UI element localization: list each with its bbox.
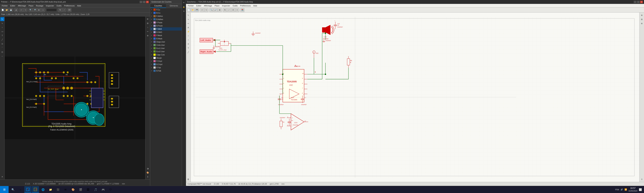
es-undo-btn[interactable]: ↩ — [200, 8, 204, 12]
sch-text-tool[interactable]: T — [186, 46, 190, 50]
es-zoom-fit-btn[interactable]: ⊞ — [218, 8, 222, 12]
es-menu-aide[interactable]: Aide — [252, 4, 258, 7]
es-new-btn[interactable]: 📄 — [187, 8, 191, 12]
es-erc-btn[interactable]: ✓ — [227, 8, 231, 12]
save-btn[interactable]: 💾 — [9, 8, 13, 12]
taskbar-cortana[interactable]: ○ — [17, 186, 24, 193]
grid-settings-btn[interactable]: ⊞ — [146, 21, 150, 25]
layer-visibility-check[interactable]: ✓ — [151, 60, 153, 62]
render-btn[interactable]: 🎨 — [146, 171, 150, 175]
taskbar-pcbnew[interactable] — [24, 186, 32, 193]
layer-item[interactable]: ✓Margin — [150, 56, 182, 59]
eeschema-maximize-btn[interactable]: □ — [637, 1, 640, 3]
layer-item[interactable]: ✓B.Adhes — [150, 18, 182, 21]
layer-item[interactable]: ✓Edge.Cuts — [150, 53, 182, 56]
layer-visibility-check[interactable]: ✓ — [151, 63, 153, 65]
taskbar-notification[interactable]: ⬜ — [639, 188, 642, 191]
sch-info-btn[interactable]: ℹ — [640, 177, 644, 181]
layer-item[interactable]: ✓F.Crtyd — [150, 59, 182, 63]
lm-settings-btn[interactable]: ⚙ — [182, 9, 186, 13]
text-tool[interactable]: T — [0, 34, 4, 37]
menu-aide[interactable]: Aide — [76, 4, 82, 7]
layer-item[interactable]: ✓B.Crtyd — [150, 63, 182, 66]
pcbnew-minimize-btn[interactable]: ─ — [140, 1, 142, 3]
menu-outils[interactable]: Outils — [56, 4, 62, 7]
menu-editer[interactable]: Editer — [9, 4, 16, 7]
layer-visibility-check[interactable]: ✓ — [151, 70, 153, 72]
layer-visibility-check[interactable]: ✓ — [151, 41, 153, 43]
layer-visibility-check[interactable]: ✓ — [151, 38, 153, 39]
layer-visibility-check[interactable]: ✓ — [151, 22, 153, 23]
layer-item[interactable]: ✓F.Mask — [150, 34, 182, 37]
layer-item[interactable]: ✓F.SilkS — [150, 27, 182, 30]
es-fields-btn[interactable]: ≡ — [235, 8, 239, 12]
layer-item[interactable]: ✓B.Mask — [150, 37, 182, 40]
layer-item[interactable]: ✓Cmts.User — [150, 43, 182, 47]
es-menu-fichier[interactable]: Fichier — [187, 4, 195, 7]
taskbar-photoshop[interactable]: 🖼 — [84, 186, 92, 193]
sch-power-tool[interactable]: ⚡ — [186, 30, 190, 34]
sch-line-tool[interactable]: ╱ — [186, 50, 190, 54]
es-menu-place[interactable]: Place — [214, 4, 220, 7]
pcbnew-maximize-btn[interactable]: □ — [143, 1, 146, 3]
layer-item[interactable]: ✓B.Fab — [150, 69, 182, 72]
layer-visibility-check[interactable]: ✓ — [151, 51, 153, 52]
sch-bus-tool[interactable]: ═ — [186, 21, 190, 25]
layer-visibility-check[interactable]: ✓ — [151, 9, 153, 10]
footprint-tool[interactable]: ⊡ — [0, 50, 4, 54]
taskbar-vlc[interactable]: 🎵 — [92, 186, 99, 193]
taskbar-virus[interactable]: 🛡 — [107, 186, 114, 193]
print-btn[interactable]: 🖨 — [14, 8, 18, 12]
taskbar-paint[interactable]: 🎨 — [70, 186, 76, 193]
layer-select[interactable]: F.SilkS — [46, 8, 57, 12]
line-tool[interactable]: ╱ — [0, 38, 4, 42]
circle-tool[interactable]: ⊙ — [0, 42, 4, 46]
drc-btn[interactable]: ✓ — [62, 8, 66, 12]
delete-tool[interactable]: ✕ — [0, 175, 4, 179]
sch-delete-tool[interactable]: 🗑 — [186, 177, 190, 181]
high-contrast-btn[interactable]: ◑ — [146, 167, 150, 171]
zoom-fit-btn[interactable]: ⊞ — [37, 8, 41, 12]
pad-settings-btn[interactable]: ○ — [146, 25, 150, 29]
es-menu-preferences[interactable]: Préférences — [239, 4, 252, 7]
es-zoom-out-btn[interactable]: 🔎 — [214, 8, 218, 12]
es-menu-inspecter[interactable]: Inspecter — [221, 4, 231, 7]
layer-item[interactable]: ✓Eco1.User — [150, 47, 182, 50]
es-menu-editer[interactable]: Editer — [195, 4, 202, 7]
menu-affichage[interactable]: Affichage — [17, 4, 27, 7]
tab-couches[interactable]: Couches — [150, 4, 166, 8]
layer-item[interactable]: ✓B.Paste — [150, 24, 182, 27]
redo-btn[interactable]: ↪ — [24, 8, 27, 12]
measure-tool[interactable]: ↔ — [0, 54, 4, 58]
via-tool[interactable]: ○ — [0, 25, 4, 29]
sch-zoom-btn[interactable]: ⊕ — [640, 13, 644, 17]
arc-tool[interactable]: ⌒ — [0, 46, 4, 50]
layer-item[interactable]: ✓F.Fab — [150, 66, 182, 69]
taskbar-steam[interactable]: 🎮 — [100, 186, 106, 193]
track-width-btn[interactable]: ═ — [146, 29, 150, 33]
route-track-tool[interactable]: ∿ — [0, 21, 4, 25]
taskbar-chrome[interactable]: 🌐 — [39, 186, 46, 193]
es-zoom-in-btn[interactable]: 🔍 — [210, 8, 214, 12]
layer-visibility-check[interactable]: ✓ — [151, 47, 153, 49]
schematic-canvas[interactable]: Left_Audio Right_Audio — [191, 12, 639, 182]
taskbar-email[interactable]: ✉ — [62, 186, 69, 193]
es-save-btn[interactable]: 💾 — [195, 8, 199, 12]
ratsnest-btn[interactable]: ⊗ — [146, 34, 150, 37]
taskbar-explorer[interactable]: 📁 — [47, 186, 54, 193]
select-tool[interactable]: ↖ — [0, 17, 4, 21]
menu-routage[interactable]: Routage — [35, 4, 44, 7]
es-menu-affichage[interactable]: Affichage — [203, 4, 213, 7]
undo-btn[interactable]: ↩ — [19, 8, 23, 12]
menu-fichier[interactable]: Fichier — [1, 4, 9, 7]
layer-visibility-btn[interactable]: 👁 — [146, 17, 150, 21]
eeschema-minimize-btn[interactable]: ─ — [634, 1, 636, 3]
taskbar-start-btn[interactable]: ⊞ — [0, 186, 8, 193]
layer-item[interactable]: ✓Eco2.User — [150, 50, 182, 53]
zoom-out-btn[interactable]: 🔎 — [33, 8, 37, 12]
layer-visibility-check[interactable]: ✓ — [151, 28, 153, 30]
es-open-btn[interactable]: 📂 — [191, 8, 195, 12]
layer-visibility-check[interactable]: ✓ — [151, 12, 153, 14]
menu-place[interactable]: Place — [27, 4, 34, 7]
layer-item[interactable]: ✓B.SilkS — [150, 30, 182, 34]
